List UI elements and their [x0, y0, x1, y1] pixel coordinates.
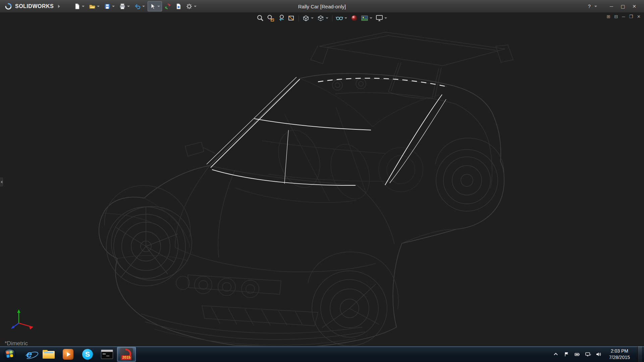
app-brand: SOLIDWORKS [0, 0, 63, 12]
feature-pane-flyout-arrow[interactable] [0, 178, 3, 186]
taskbar-item-solidworks[interactable]: 2015 [117, 347, 136, 362]
undo-icon [134, 3, 141, 10]
start-button[interactable] [0, 346, 19, 362]
tray-date: 7/28/2015 [609, 354, 630, 360]
volume-icon[interactable] [596, 351, 602, 357]
appearance-sphere-icon [350, 14, 358, 22]
ds-logo-icon [4, 3, 13, 10]
view-orientation-button[interactable] [301, 14, 315, 22]
zoom-to-area-button[interactable] [266, 14, 275, 22]
open-folder-icon [89, 3, 96, 10]
view-orientation-label: *Dimetric [5, 340, 28, 346]
window-controls: ? ─ ▢ ✕ [587, 2, 644, 11]
skype-icon: S [82, 349, 93, 360]
taskbar-item-skype[interactable]: S [78, 347, 97, 362]
hud-separator [299, 15, 299, 21]
apply-scene-caret-icon[interactable] [370, 17, 372, 19]
graphics-viewport[interactable]: ⊞ ⊟ ─ ❐ ✕ *Dimetric [0, 13, 644, 346]
new-dropdown-caret-icon[interactable] [82, 6, 85, 7]
tray-clock[interactable]: 2:03 PM 7/28/2015 [606, 348, 633, 360]
display-style-caret-icon[interactable] [326, 17, 328, 19]
display-style-button[interactable] [316, 14, 330, 22]
save-dropdown-caret-icon[interactable] [112, 6, 115, 7]
options-button[interactable] [184, 1, 199, 11]
save-icon [104, 3, 111, 10]
display-style-icon [317, 14, 325, 22]
options-gear-icon [185, 3, 193, 10]
minimize-button[interactable]: ─ [606, 2, 616, 11]
brand-name: SOLIDWORKS [15, 3, 54, 9]
wireframe-car-model[interactable] [0, 13, 644, 346]
view-cube-icon [302, 14, 310, 22]
view-settings-button[interactable] [375, 14, 388, 22]
document-window-controls: ⊞ ⊟ ─ ❐ ✕ [606, 14, 641, 19]
hud-separator [332, 15, 332, 21]
help-dropdown-caret-icon[interactable] [594, 6, 597, 7]
reference-triad [6, 302, 38, 335]
help-button[interactable]: ? [587, 3, 592, 9]
previous-view-icon [277, 14, 285, 22]
taskbar-item-windows-explorer[interactable] [39, 347, 58, 362]
select-button[interactable] [148, 1, 162, 11]
hide-show-items-button[interactable] [335, 14, 348, 22]
glasses-icon [335, 14, 343, 22]
open-dropdown-caret-icon[interactable] [97, 6, 100, 7]
window-title: Rally Car [Read-only] [298, 0, 346, 13]
apply-scene-button[interactable] [360, 14, 374, 22]
windows-taskbar: e S 2015 [0, 346, 644, 362]
windows-explorer-icon [43, 350, 55, 359]
show-hidden-icons-button[interactable] [553, 351, 559, 357]
action-center-flag-icon[interactable] [564, 351, 570, 357]
hide-show-caret-icon[interactable] [344, 17, 347, 19]
apply-scene-icon [361, 14, 369, 22]
taskbar-item-internet-explorer[interactable]: e [20, 347, 39, 362]
doc-minimize-button[interactable]: ─ [622, 14, 625, 19]
doc-restore-button[interactable]: ❐ [629, 14, 633, 19]
select-cursor-icon [149, 3, 156, 10]
titlebar: SOLIDWORKS [0, 0, 644, 13]
new-button[interactable] [72, 1, 87, 11]
select-dropdown-caret-icon[interactable] [157, 6, 160, 7]
battery-icon[interactable] [574, 351, 580, 357]
maximize-button[interactable]: ▢ [618, 2, 628, 11]
command-prompt-icon [101, 350, 113, 359]
save-button[interactable] [102, 1, 117, 11]
new-document-icon [73, 3, 81, 10]
view-settings-caret-icon[interactable] [384, 17, 387, 19]
view-orientation-caret-icon[interactable] [311, 17, 314, 19]
internet-explorer-icon: e [26, 349, 32, 359]
solidworks-icon: 2015 [120, 348, 133, 361]
tray-time: 2:03 PM [609, 348, 630, 354]
print-button[interactable] [117, 1, 132, 11]
show-desktop-button[interactable] [637, 346, 642, 362]
rebuild-button[interactable] [163, 1, 173, 11]
open-button[interactable] [87, 1, 102, 11]
print-dropdown-caret-icon[interactable] [127, 6, 130, 7]
rebuild-icon [164, 3, 171, 10]
network-icon[interactable] [585, 351, 591, 357]
section-view-button[interactable] [287, 14, 296, 22]
zoom-fit-icon [256, 14, 264, 22]
view-settings-icon [375, 14, 383, 22]
undo-dropdown-caret-icon[interactable] [142, 6, 145, 7]
taskbar-items: e S 2015 [19, 346, 136, 362]
options-dropdown-caret-icon[interactable] [194, 6, 197, 7]
print-icon [119, 3, 126, 10]
previous-view-button[interactable] [276, 14, 286, 22]
file-properties-icon [175, 3, 182, 10]
menu-flyout-chevron-icon[interactable] [58, 5, 60, 8]
pane-collapse-button[interactable]: ⊟ [614, 14, 618, 19]
edit-appearance-button[interactable] [350, 14, 359, 22]
zoom-area-icon [267, 14, 275, 22]
file-properties-button[interactable] [173, 1, 183, 11]
doc-close-button[interactable]: ✕ [637, 14, 641, 19]
undo-button[interactable] [132, 1, 147, 11]
pane-toggle-button[interactable]: ⊞ [606, 14, 610, 19]
system-tray: 2:03 PM 7/28/2015 [553, 346, 644, 362]
zoom-to-fit-button[interactable] [256, 14, 265, 22]
taskbar-item-command-prompt[interactable] [98, 347, 116, 362]
close-button[interactable]: ✕ [629, 2, 639, 11]
media-player-icon [63, 349, 73, 360]
taskbar-item-media-player[interactable] [59, 347, 77, 362]
section-view-icon [287, 14, 296, 22]
